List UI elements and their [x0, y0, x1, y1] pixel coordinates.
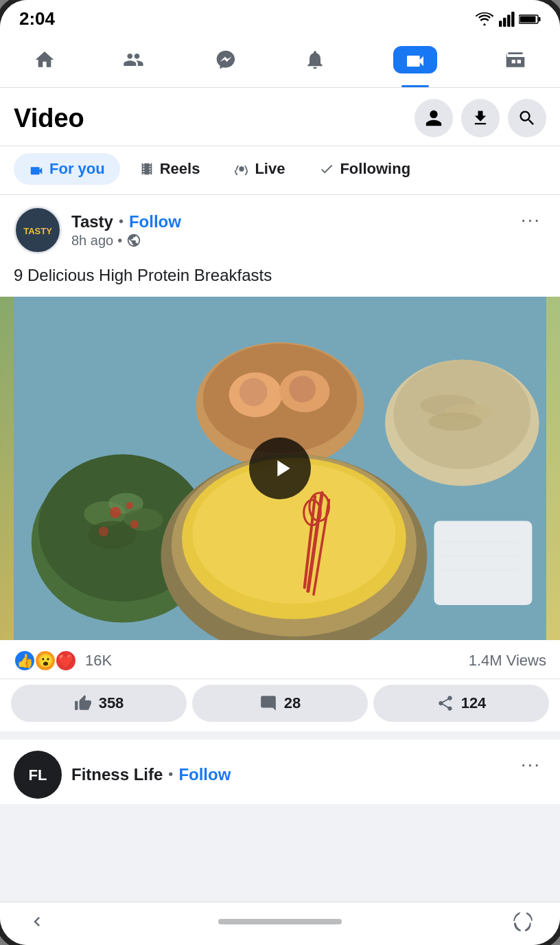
- svg-rect-1: [503, 17, 506, 26]
- tab-live-label: Live: [255, 160, 285, 178]
- tab-reels-label: Reels: [160, 160, 200, 178]
- svg-point-18: [87, 521, 136, 549]
- tab-for-you-label: For you: [49, 160, 105, 178]
- status-bar: 2:04: [0, 0, 560, 35]
- svg-point-19: [110, 507, 121, 518]
- profile-button[interactable]: [415, 99, 453, 137]
- home-indicator: [218, 919, 342, 924]
- tab-following-label: Following: [340, 160, 410, 178]
- tab-live[interactable]: Live: [219, 153, 300, 185]
- svg-text:TASTY: TASTY: [23, 226, 52, 236]
- tab-reels[interactable]: Reels: [124, 153, 215, 185]
- globe-icon: [126, 233, 141, 248]
- tab-following[interactable]: Following: [304, 153, 425, 185]
- svg-rect-43: [434, 521, 532, 604]
- author-info-1: Tasty • Follow 8h ago •: [71, 212, 181, 249]
- svg-point-33: [428, 412, 482, 431]
- status-time: 2:04: [19, 8, 55, 30]
- back-button[interactable]: [27, 912, 47, 931]
- page-header: Video: [0, 88, 560, 146]
- svg-point-27: [240, 378, 268, 406]
- avatar-fitness: FL: [14, 751, 62, 799]
- svg-rect-5: [539, 17, 541, 21]
- status-icons: [475, 12, 541, 27]
- author-name-2: Fitness Life: [71, 765, 163, 784]
- svg-rect-0: [499, 21, 502, 27]
- svg-point-21: [99, 526, 108, 536]
- post-header-2: FL Fitness Life • Follow ···: [0, 740, 560, 804]
- like-button-1[interactable]: 358: [11, 685, 187, 722]
- avatar-tasty: TASTY: [14, 206, 62, 254]
- comment-count-1: 28: [284, 694, 301, 712]
- more-options-btn-1[interactable]: ···: [515, 206, 546, 234]
- nav-bar: [0, 35, 560, 88]
- content-area: TASTY Tasty • Follow 8h ago •: [0, 195, 560, 902]
- header-actions: [415, 99, 546, 137]
- search-button[interactable]: [508, 99, 546, 137]
- nav-video[interactable]: [380, 41, 451, 79]
- tabs-bar: For you Reels Live Following: [0, 146, 560, 195]
- post-author-2: FL Fitness Life • Follow: [14, 751, 231, 799]
- post-header-1: TASTY Tasty • Follow 8h ago •: [0, 195, 560, 260]
- svg-text:FL: FL: [29, 766, 47, 784]
- author-name-row-1: Tasty • Follow: [71, 212, 181, 231]
- nav-notifications[interactable]: [290, 43, 340, 76]
- follow-btn-2[interactable]: Follow: [178, 765, 231, 784]
- bottom-nav: [0, 902, 560, 945]
- nav-messenger[interactable]: [201, 43, 250, 76]
- wow-emoji: 😮: [34, 650, 56, 672]
- more-options-btn-2[interactable]: ···: [515, 751, 546, 778]
- reactions-row-1: 👍 😮 ❤️ 16K 1.4M Views: [0, 640, 560, 679]
- reaction-emojis-1: 👍 😮 ❤️ 16K: [14, 650, 112, 672]
- page-title: Video: [14, 104, 84, 133]
- author-name-row-2: Fitness Life • Follow: [71, 765, 231, 784]
- svg-rect-6: [520, 16, 536, 22]
- post-meta-1: 8h ago •: [71, 233, 181, 249]
- love-emoji: ❤️: [55, 650, 77, 672]
- post-card-1: TASTY Tasty • Follow 8h ago •: [0, 195, 560, 731]
- time-ago-1: 8h ago: [71, 233, 113, 249]
- post-card-2: FL Fitness Life • Follow ···: [0, 740, 560, 804]
- follow-btn-1[interactable]: Follow: [129, 212, 181, 231]
- views-count-1: 1.4M Views: [469, 652, 546, 670]
- play-button-1[interactable]: [249, 437, 311, 499]
- wifi-icon: [475, 12, 494, 26]
- nav-store[interactable]: [491, 43, 540, 76]
- rotate-button[interactable]: [513, 912, 533, 931]
- video-thumbnail-1[interactable]: [0, 297, 560, 640]
- svg-rect-2: [507, 14, 510, 27]
- signal-icon: [498, 12, 515, 27]
- svg-point-28: [289, 376, 316, 402]
- comment-button-1[interactable]: 28: [192, 685, 368, 722]
- post-author-1: TASTY Tasty • Follow 8h ago •: [14, 206, 181, 254]
- nav-home[interactable]: [20, 43, 69, 76]
- action-row-1: 358 28 124: [0, 679, 560, 731]
- tab-for-you[interactable]: For you: [14, 153, 120, 185]
- nav-friends[interactable]: [109, 43, 161, 76]
- post-title-1: 9 Delicious High Protein Breakfasts: [0, 260, 560, 297]
- author-info-2: Fitness Life • Follow: [71, 765, 231, 784]
- battery-icon: [519, 12, 541, 26]
- phone-frame: 2:04: [0, 0, 560, 945]
- like-count-1: 358: [99, 694, 124, 712]
- download-button[interactable]: [461, 99, 500, 137]
- svg-point-22: [126, 502, 133, 509]
- reaction-count-1: 16K: [85, 652, 112, 670]
- share-button-1[interactable]: 124: [373, 685, 549, 722]
- svg-point-7: [240, 166, 244, 171]
- svg-rect-3: [511, 12, 514, 27]
- svg-point-20: [130, 520, 139, 528]
- share-count-1: 124: [461, 694, 487, 712]
- author-name-1: Tasty: [71, 212, 113, 231]
- like-emoji: 👍: [14, 650, 36, 672]
